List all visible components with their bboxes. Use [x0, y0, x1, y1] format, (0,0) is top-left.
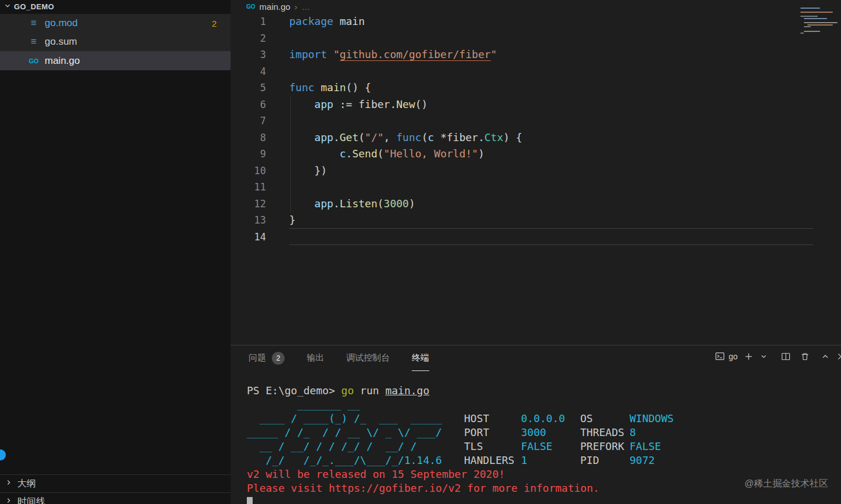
code-line: import "github.com/gofiber/fiber"	[289, 46, 522, 63]
tab-terminal[interactable]: 终端	[412, 345, 429, 371]
file-name: main.go	[45, 55, 80, 67]
section-label: 时间线	[17, 496, 45, 504]
code-line: app := fiber.New()	[289, 96, 522, 113]
file-row-main-go[interactable]: GO main.go	[0, 51, 231, 70]
sum-file-icon: ≡	[28, 36, 39, 48]
breadcrumb-separator-icon: ›	[294, 2, 297, 12]
code-content: package main import "github.com/gofiber/…	[289, 13, 522, 245]
code-line: app.Listen(3000)	[289, 196, 522, 213]
breadcrumb-ellipsis[interactable]: …	[301, 2, 310, 12]
line-number: 7	[231, 113, 266, 129]
chevron-down-icon[interactable]	[760, 352, 768, 361]
tab-debug-console[interactable]: 调试控制台	[346, 345, 390, 371]
line-number: 1	[231, 13, 266, 30]
terminal-profile[interactable]: go	[715, 351, 738, 361]
line-number: 12	[231, 196, 266, 213]
close-panel-button[interactable]	[836, 352, 841, 361]
minimap-line	[800, 8, 820, 9]
chevron-right-icon	[5, 478, 13, 489]
code-line: })	[289, 163, 522, 179]
terminal-icon	[715, 351, 725, 361]
tab-output[interactable]: 输出	[307, 345, 324, 371]
breadcrumb: GO main.go › …	[231, 0, 310, 13]
code-line	[289, 179, 522, 196]
line-number: 9	[231, 146, 266, 163]
kill-terminal-button[interactable]	[800, 352, 810, 361]
tab-label: 输出	[307, 352, 324, 363]
breadcrumb-file[interactable]: main.go	[260, 2, 290, 12]
code-line	[289, 63, 522, 80]
minimap-line	[804, 22, 838, 23]
line-number-active: 14	[231, 229, 266, 246]
tab-label: 终端	[412, 352, 429, 363]
fiber-banner: _______ __ ____ / ____(_) /_ ___ _____ _…	[247, 398, 841, 467]
file-name: go.mod	[45, 17, 78, 29]
code-line: app.Get("/", func(c *fiber.Ctx) {	[289, 129, 522, 146]
watermark: @稀土掘金技术社区	[745, 478, 828, 490]
info-row: HANDLERS1PID9072	[464, 453, 708, 467]
minimap-line	[804, 31, 820, 32]
server-info-table: HOST0.0.0.0OSWINDOWS PORT3000THREADS8 TL…	[464, 412, 708, 467]
section-label: 大纲	[17, 478, 36, 490]
line-number: 4	[231, 63, 266, 80]
go-file-icon: GO	[246, 3, 256, 10]
mod-file-icon: ≡	[28, 17, 39, 29]
line-number: 10	[231, 163, 266, 179]
sidebar-section-outline[interactable]: 大纲	[0, 474, 231, 492]
code-line: func main() {	[289, 80, 522, 96]
terminal-cursor-line	[247, 495, 841, 504]
maximize-panel-button[interactable]	[821, 352, 830, 361]
code-line: }	[289, 212, 522, 229]
line-number: 2	[231, 30, 266, 47]
file-name: go.sum	[45, 36, 77, 48]
info-row: HOST0.0.0.0OSWINDOWS	[464, 412, 708, 426]
info-row: TLSFALSEPREFORKFALSE	[464, 440, 708, 453]
new-terminal-button[interactable]	[744, 352, 753, 361]
code-line: c.Send("Hello, World!")	[289, 146, 522, 163]
line-number: 5	[231, 80, 266, 96]
code-editor[interactable]: GO main.go › … 1 2 3 4 5 6 7 8 9 10 11 1…	[231, 0, 841, 345]
banner-line: _______ __	[247, 398, 841, 412]
line-number: 3	[231, 46, 266, 63]
split-terminal-button[interactable]	[781, 352, 790, 361]
terminal-profile-label: go	[728, 352, 738, 361]
minimap-line	[800, 12, 833, 13]
chevron-down-icon	[3, 2, 12, 12]
explorer-sidebar: GO_DEMO ≡ go.mod 2 ≡ go.sum GO main.go 大…	[0, 0, 231, 504]
file-row-go-sum[interactable]: ≡ go.sum	[0, 33, 231, 51]
sidebar-section-timeline[interactable]: 时间线	[0, 492, 231, 504]
code-line	[289, 229, 522, 246]
minimap-line	[807, 24, 833, 26]
terminal-command-line: PS E:\go_demo> go run main.go	[247, 384, 841, 398]
line-number: 8	[231, 129, 266, 146]
line-number: 6	[231, 96, 266, 113]
line-number-gutter[interactable]: 1 2 3 4 5 6 7 8 9 10 11 12 13 14	[231, 13, 266, 245]
code-line	[289, 30, 522, 47]
info-row: PORT3000THREADS8	[464, 426, 708, 440]
minimap-line	[804, 26, 811, 27]
tab-problems[interactable]: 问题 2	[249, 345, 285, 371]
go-file-icon: GO	[28, 57, 39, 64]
tab-label: 问题	[249, 352, 266, 363]
problems-count-badge: 2	[212, 19, 217, 28]
terminal-toolbar: go	[715, 351, 841, 361]
problems-badge: 2	[272, 352, 285, 365]
file-row-go-mod[interactable]: ≡ go.mod 2	[0, 14, 231, 33]
code-line: package main	[289, 13, 522, 30]
minimap-line	[804, 18, 827, 19]
terminal-cursor	[247, 497, 253, 504]
line-number: 13	[231, 212, 266, 229]
folder-title: GO_DEMO	[14, 2, 54, 11]
minimap-line	[800, 16, 818, 17]
minimap-line	[800, 33, 804, 34]
chevron-right-icon	[5, 496, 13, 504]
panel-tabs: 问题 2 输出 调试控制台 终端	[231, 345, 429, 371]
explorer-section-header[interactable]: GO_DEMO	[0, 0, 231, 13]
line-number: 11	[231, 179, 266, 196]
tab-label: 调试控制台	[346, 352, 390, 363]
code-line	[289, 113, 522, 129]
minimap[interactable]	[800, 8, 840, 35]
